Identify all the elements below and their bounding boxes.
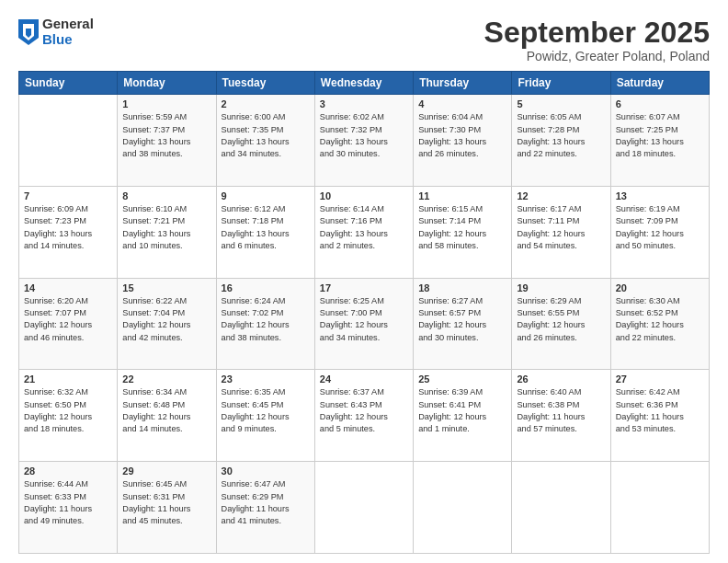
logo-blue-text: Blue xyxy=(42,32,94,48)
day-cell: 14Sunrise: 6:20 AM Sunset: 7:07 PM Dayli… xyxy=(19,278,118,370)
day-number: 22 xyxy=(122,373,210,385)
day-number: 26 xyxy=(517,373,605,385)
calendar-body: 1Sunrise: 5:59 AM Sunset: 7:37 PM Daylig… xyxy=(19,95,710,554)
day-info: Sunrise: 6:07 AM Sunset: 7:25 PM Dayligh… xyxy=(616,111,704,160)
weekday-header-saturday: Saturday xyxy=(610,72,709,95)
day-number: 20 xyxy=(616,282,704,293)
day-number: 3 xyxy=(320,98,408,109)
day-info: Sunrise: 6:20 AM Sunset: 7:07 PM Dayligh… xyxy=(24,295,112,344)
day-cell: 13Sunrise: 6:19 AM Sunset: 7:09 PM Dayli… xyxy=(610,186,709,278)
weekday-header-thursday: Thursday xyxy=(414,72,512,95)
day-cell: 9Sunrise: 6:12 AM Sunset: 7:18 PM Daylig… xyxy=(216,186,314,278)
day-number: 9 xyxy=(222,190,310,201)
weekday-row: SundayMondayTuesdayWednesdayThursdayFrid… xyxy=(19,72,710,95)
day-cell: 26Sunrise: 6:40 AM Sunset: 6:38 PM Dayli… xyxy=(512,370,610,462)
day-info: Sunrise: 6:32 AM Sunset: 6:50 PM Dayligh… xyxy=(24,386,112,435)
day-cell: 12Sunrise: 6:17 AM Sunset: 7:11 PM Dayli… xyxy=(512,186,610,278)
day-number: 5 xyxy=(517,98,605,109)
weekday-header-wednesday: Wednesday xyxy=(314,72,413,95)
logo-text: General Blue xyxy=(42,17,94,47)
day-cell: 6Sunrise: 6:07 AM Sunset: 7:25 PM Daylig… xyxy=(610,95,709,187)
logo-icon xyxy=(18,19,39,45)
day-number: 7 xyxy=(24,190,112,201)
day-cell: 20Sunrise: 6:30 AM Sunset: 6:52 PM Dayli… xyxy=(610,278,709,370)
day-info: Sunrise: 6:09 AM Sunset: 7:23 PM Dayligh… xyxy=(24,203,112,252)
calendar: SundayMondayTuesdayWednesdayThursdayFrid… xyxy=(18,71,710,554)
day-info: Sunrise: 6:42 AM Sunset: 6:36 PM Dayligh… xyxy=(616,386,704,435)
day-cell xyxy=(512,462,610,554)
day-number: 27 xyxy=(616,373,704,385)
logo-general-text: General xyxy=(42,17,94,32)
day-cell: 11Sunrise: 6:15 AM Sunset: 7:14 PM Dayli… xyxy=(414,186,512,278)
day-info: Sunrise: 6:10 AM Sunset: 7:21 PM Dayligh… xyxy=(122,203,210,252)
day-number: 19 xyxy=(517,282,605,293)
day-info: Sunrise: 6:29 AM Sunset: 6:55 PM Dayligh… xyxy=(517,295,605,344)
day-cell: 18Sunrise: 6:27 AM Sunset: 6:57 PM Dayli… xyxy=(414,278,512,370)
week-row: 7Sunrise: 6:09 AM Sunset: 7:23 PM Daylig… xyxy=(19,186,710,278)
day-number: 11 xyxy=(418,190,506,201)
day-number: 8 xyxy=(122,190,210,201)
calendar-header: SundayMondayTuesdayWednesdayThursdayFrid… xyxy=(19,72,710,95)
day-info: Sunrise: 6:22 AM Sunset: 7:04 PM Dayligh… xyxy=(122,295,210,344)
day-info: Sunrise: 6:39 AM Sunset: 6:41 PM Dayligh… xyxy=(418,386,506,435)
day-cell: 4Sunrise: 6:04 AM Sunset: 7:30 PM Daylig… xyxy=(414,95,512,187)
day-cell: 7Sunrise: 6:09 AM Sunset: 7:23 PM Daylig… xyxy=(19,186,118,278)
day-info: Sunrise: 6:12 AM Sunset: 7:18 PM Dayligh… xyxy=(222,203,310,252)
day-cell: 2Sunrise: 6:00 AM Sunset: 7:35 PM Daylig… xyxy=(216,95,314,187)
day-cell xyxy=(314,462,413,554)
day-info: Sunrise: 6:35 AM Sunset: 6:45 PM Dayligh… xyxy=(222,386,310,435)
page: General Blue September 2025 Powidz, Grea… xyxy=(0,0,728,563)
day-info: Sunrise: 6:04 AM Sunset: 7:30 PM Dayligh… xyxy=(418,111,506,160)
day-cell: 15Sunrise: 6:22 AM Sunset: 7:04 PM Dayli… xyxy=(118,278,216,370)
day-info: Sunrise: 6:37 AM Sunset: 6:43 PM Dayligh… xyxy=(320,386,408,435)
day-info: Sunrise: 6:45 AM Sunset: 6:31 PM Dayligh… xyxy=(122,478,210,527)
day-number: 18 xyxy=(418,282,506,293)
day-info: Sunrise: 6:34 AM Sunset: 6:48 PM Dayligh… xyxy=(122,386,210,435)
day-cell: 22Sunrise: 6:34 AM Sunset: 6:48 PM Dayli… xyxy=(118,370,216,462)
day-cell: 29Sunrise: 6:45 AM Sunset: 6:31 PM Dayli… xyxy=(118,462,216,554)
day-cell xyxy=(610,462,709,554)
day-number: 30 xyxy=(222,465,310,477)
day-number: 4 xyxy=(418,98,506,109)
day-cell: 3Sunrise: 6:02 AM Sunset: 7:32 PM Daylig… xyxy=(314,95,413,187)
day-number: 15 xyxy=(122,282,210,293)
day-info: Sunrise: 6:30 AM Sunset: 6:52 PM Dayligh… xyxy=(616,295,704,344)
week-row: 28Sunrise: 6:44 AM Sunset: 6:33 PM Dayli… xyxy=(19,462,710,554)
day-cell xyxy=(19,95,118,187)
day-number: 12 xyxy=(517,190,605,201)
header: General Blue September 2025 Powidz, Grea… xyxy=(18,17,710,63)
location: Powidz, Greater Poland, Poland xyxy=(484,49,710,63)
day-number: 21 xyxy=(24,373,112,385)
day-info: Sunrise: 6:00 AM Sunset: 7:35 PM Dayligh… xyxy=(222,111,310,160)
day-cell: 28Sunrise: 6:44 AM Sunset: 6:33 PM Dayli… xyxy=(19,462,118,554)
day-cell: 1Sunrise: 5:59 AM Sunset: 7:37 PM Daylig… xyxy=(118,95,216,187)
day-info: Sunrise: 6:44 AM Sunset: 6:33 PM Dayligh… xyxy=(24,478,112,527)
day-cell: 24Sunrise: 6:37 AM Sunset: 6:43 PM Dayli… xyxy=(314,370,413,462)
day-info: Sunrise: 6:05 AM Sunset: 7:28 PM Dayligh… xyxy=(517,111,605,160)
day-cell: 21Sunrise: 6:32 AM Sunset: 6:50 PM Dayli… xyxy=(19,370,118,462)
day-info: Sunrise: 6:15 AM Sunset: 7:14 PM Dayligh… xyxy=(418,203,506,252)
day-number: 10 xyxy=(320,190,408,201)
day-number: 14 xyxy=(24,282,112,293)
day-number: 13 xyxy=(616,190,704,201)
day-number: 23 xyxy=(222,373,310,385)
weekday-header-friday: Friday xyxy=(512,72,610,95)
day-number: 29 xyxy=(122,465,210,477)
day-info: Sunrise: 6:47 AM Sunset: 6:29 PM Dayligh… xyxy=(222,478,310,527)
day-info: Sunrise: 6:17 AM Sunset: 7:11 PM Dayligh… xyxy=(517,203,605,252)
day-cell: 27Sunrise: 6:42 AM Sunset: 6:36 PM Dayli… xyxy=(610,370,709,462)
day-info: Sunrise: 5:59 AM Sunset: 7:37 PM Dayligh… xyxy=(122,111,210,160)
day-number: 6 xyxy=(616,98,704,109)
day-cell: 5Sunrise: 6:05 AM Sunset: 7:28 PM Daylig… xyxy=(512,95,610,187)
day-cell: 10Sunrise: 6:14 AM Sunset: 7:16 PM Dayli… xyxy=(314,186,413,278)
day-cell xyxy=(414,462,512,554)
title-block: September 2025 Powidz, Greater Poland, P… xyxy=(484,17,710,63)
day-cell: 19Sunrise: 6:29 AM Sunset: 6:55 PM Dayli… xyxy=(512,278,610,370)
day-cell: 17Sunrise: 6:25 AM Sunset: 7:00 PM Dayli… xyxy=(314,278,413,370)
day-number: 24 xyxy=(320,373,408,385)
day-number: 17 xyxy=(320,282,408,293)
day-info: Sunrise: 6:40 AM Sunset: 6:38 PM Dayligh… xyxy=(517,386,605,435)
day-cell: 23Sunrise: 6:35 AM Sunset: 6:45 PM Dayli… xyxy=(216,370,314,462)
day-number: 25 xyxy=(418,373,506,385)
day-info: Sunrise: 6:25 AM Sunset: 7:00 PM Dayligh… xyxy=(320,295,408,344)
